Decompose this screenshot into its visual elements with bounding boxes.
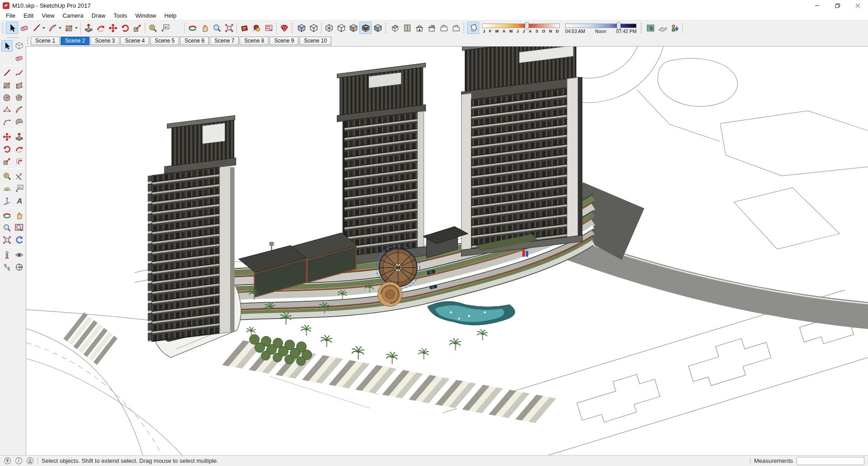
position-camera-tool[interactable] bbox=[1, 249, 13, 261]
tab-scene-6[interactable]: Scene 6 bbox=[180, 37, 209, 45]
circle-tool[interactable] bbox=[1, 92, 13, 103]
line-tool[interactable] bbox=[1, 67, 13, 79]
rotate-button[interactable] bbox=[119, 22, 131, 34]
shaded-button[interactable] bbox=[347, 22, 359, 34]
walk-tool[interactable] bbox=[1, 262, 13, 273]
extension-c-button[interactable] bbox=[263, 22, 275, 34]
move-tool[interactable] bbox=[1, 131, 13, 143]
section-plane-tool[interactable] bbox=[14, 262, 25, 273]
orbit-tool[interactable] bbox=[1, 210, 13, 221]
pie-tool[interactable] bbox=[14, 116, 25, 128]
tab-scene-8[interactable]: Scene 8 bbox=[240, 37, 269, 45]
protractor-tool[interactable] bbox=[1, 183, 13, 194]
sign-in-icon[interactable] bbox=[26, 457, 34, 465]
select-button[interactable] bbox=[6, 22, 18, 34]
measurements-input[interactable] bbox=[797, 457, 864, 465]
text-tool[interactable]: A1 bbox=[14, 183, 25, 194]
tape-measure-tool[interactable] bbox=[1, 171, 13, 182]
arc-dropdown-arrow[interactable] bbox=[59, 27, 61, 29]
left-view-button[interactable] bbox=[438, 22, 450, 34]
photo-textures-button[interactable] bbox=[669, 22, 681, 34]
look-around-tool[interactable] bbox=[14, 249, 25, 261]
toggle-terrain-button[interactable] bbox=[656, 22, 669, 34]
close-button[interactable] bbox=[848, 0, 868, 11]
right-view-button[interactable] bbox=[450, 22, 462, 34]
select-tool[interactable] bbox=[1, 40, 13, 52]
scale-button[interactable] bbox=[131, 22, 143, 34]
iso-view-button[interactable] bbox=[389, 22, 401, 34]
eraser-tool[interactable] bbox=[14, 52, 25, 64]
tab-scene-4[interactable]: Scene 4 bbox=[120, 37, 149, 45]
toggle-shadows-button[interactable] bbox=[467, 22, 479, 34]
shadow-time-slider[interactable]: 04:53 AMNoon07:42 PM bbox=[565, 22, 637, 34]
pan-button[interactable] bbox=[198, 22, 211, 34]
menu-help[interactable]: Help bbox=[160, 12, 181, 19]
tab-scene-1[interactable]: Scene 1 bbox=[31, 37, 60, 45]
zoom-button[interactable] bbox=[211, 22, 223, 34]
hidden-line-button[interactable] bbox=[335, 22, 347, 34]
dimensions-tool[interactable]: 5 bbox=[14, 171, 25, 182]
menu-file[interactable]: File bbox=[2, 12, 19, 19]
shadow-date-slider[interactable]: JFMAMJJASOND bbox=[482, 22, 560, 34]
menu-view[interactable]: View bbox=[38, 12, 58, 19]
viewport-3d-model[interactable] bbox=[26, 46, 868, 455]
axes-tool[interactable] bbox=[1, 195, 13, 206]
tab-scene-10[interactable]: Scene 10 bbox=[299, 37, 331, 45]
paint-bucket-tool[interactable] bbox=[1, 52, 13, 64]
tab-scene-7[interactable]: Scene 7 bbox=[210, 37, 239, 45]
ruby-extension-button[interactable] bbox=[278, 22, 290, 34]
zoom-extents-tool[interactable] bbox=[1, 234, 13, 246]
geolocate-icon[interactable] bbox=[4, 457, 11, 465]
line-dropdown-arrow[interactable] bbox=[42, 27, 45, 29]
previous-tool[interactable] bbox=[14, 234, 25, 246]
offset-tool[interactable] bbox=[14, 156, 25, 167]
three-point-arc-tool[interactable] bbox=[1, 116, 13, 128]
monochrome-button[interactable] bbox=[372, 22, 384, 34]
tape-measure-button[interactable] bbox=[146, 22, 159, 34]
eraser-button[interactable] bbox=[18, 22, 30, 34]
tab-scene-2[interactable]: Scene 2 bbox=[61, 37, 90, 45]
top-view-button[interactable] bbox=[401, 22, 413, 34]
tower-left[interactable] bbox=[148, 115, 236, 342]
menu-draw[interactable]: Draw bbox=[88, 12, 109, 19]
3d-text-tool[interactable]: A bbox=[14, 195, 25, 206]
push-pull-button[interactable] bbox=[82, 22, 94, 34]
tower-middle[interactable] bbox=[337, 63, 427, 266]
rectangle-tool[interactable] bbox=[1, 80, 13, 91]
tab-scene-9[interactable]: Scene 9 bbox=[269, 37, 298, 45]
front-view-button[interactable] bbox=[413, 22, 425, 34]
model-scene[interactable] bbox=[26, 47, 868, 455]
make-component-tool[interactable] bbox=[14, 40, 25, 52]
maximize-button[interactable] bbox=[827, 0, 848, 11]
arc-button[interactable] bbox=[47, 22, 59, 34]
follow-me-tool[interactable] bbox=[14, 143, 25, 155]
shaded-with-textures-button[interactable] bbox=[359, 22, 372, 34]
zoom-extents-button[interactable] bbox=[223, 22, 235, 34]
orbit-button[interactable] bbox=[186, 22, 198, 34]
claim-credit-icon[interactable] bbox=[15, 457, 23, 465]
back-edges-button[interactable] bbox=[307, 22, 320, 34]
back-view-button[interactable] bbox=[425, 22, 438, 34]
rotated-rectangle-tool[interactable] bbox=[14, 80, 25, 91]
text-button[interactable]: A1 bbox=[159, 22, 171, 34]
extension-b-button[interactable] bbox=[250, 22, 263, 34]
date-slider-thumb[interactable] bbox=[525, 22, 529, 29]
tower-right[interactable] bbox=[461, 47, 582, 256]
arc-tool[interactable] bbox=[14, 104, 25, 115]
rectangle-button[interactable] bbox=[63, 22, 75, 34]
minimize-button[interactable] bbox=[807, 0, 827, 11]
push-pull-tool[interactable] bbox=[14, 131, 25, 143]
zoom-tool[interactable] bbox=[1, 222, 13, 233]
menu-tools[interactable]: Tools bbox=[109, 12, 131, 19]
polygon-tool[interactable] bbox=[14, 92, 25, 103]
menu-camera[interactable]: Camera bbox=[58, 12, 87, 19]
move-button[interactable] bbox=[107, 22, 119, 34]
menu-edit[interactable]: Edit bbox=[19, 12, 38, 19]
follow-me-button[interactable] bbox=[94, 22, 107, 34]
tab-scene-5[interactable]: Scene 5 bbox=[150, 37, 179, 45]
tab-scene-3[interactable]: Scene 3 bbox=[90, 37, 119, 45]
menu-window[interactable]: Window bbox=[131, 12, 160, 19]
zoom-window-tool[interactable] bbox=[14, 222, 25, 233]
two-point-arc-tool[interactable] bbox=[1, 104, 13, 115]
freehand-tool[interactable] bbox=[14, 67, 25, 79]
